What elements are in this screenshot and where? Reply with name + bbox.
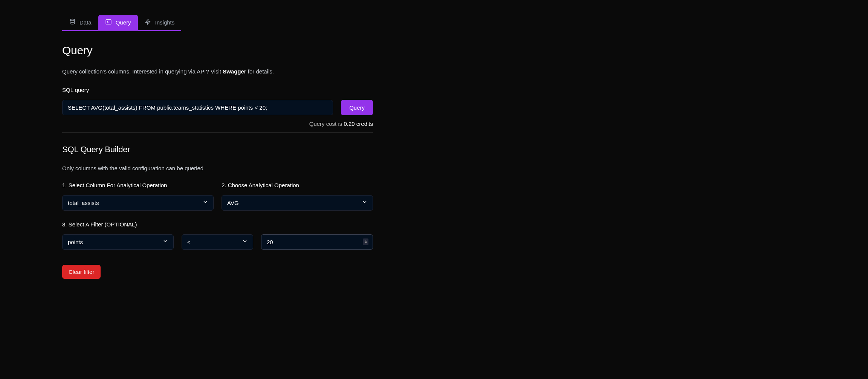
step2-label: 2. Choose Analytical Operation	[222, 182, 373, 188]
database-icon	[69, 18, 76, 26]
tab-insights-label: Insights	[155, 19, 175, 26]
lightning-icon	[145, 18, 151, 26]
clear-filter-button[interactable]: Clear filter	[62, 265, 101, 279]
sql-query-input[interactable]	[62, 100, 333, 115]
builder-title: SQL Query Builder	[62, 145, 373, 154]
tab-data-label: Data	[79, 19, 92, 26]
query-cost: Query cost is 0.20 credits	[62, 121, 373, 127]
filter-value-input[interactable]	[261, 234, 373, 250]
tab-query-label: Query	[116, 19, 131, 26]
divider	[62, 132, 373, 133]
step3-label: 3. Select A Filter (OPTIONAL)	[62, 221, 373, 228]
column-select[interactable]: total_assists	[62, 195, 214, 211]
filter-column-select[interactable]: points	[62, 234, 174, 250]
svg-point-0	[70, 19, 75, 21]
step1-label: 1. Select Column For Analytical Operatio…	[62, 182, 214, 188]
sql-query-label: SQL query	[62, 87, 373, 93]
tab-bar: Data Query Insights	[62, 15, 181, 31]
tab-data[interactable]: Data	[62, 15, 98, 30]
filter-operator-select[interactable]: <	[182, 234, 253, 250]
terminal-icon	[105, 18, 112, 26]
operation-select[interactable]: AVG	[222, 195, 373, 211]
swagger-link[interactable]: Swagger	[223, 68, 246, 75]
tab-query[interactable]: Query	[98, 15, 138, 30]
tab-insights[interactable]: Insights	[138, 15, 182, 30]
number-stepper[interactable]	[363, 238, 368, 245]
page-description: Query collection's columns. Interested i…	[62, 67, 373, 76]
svg-rect-1	[106, 20, 111, 24]
builder-description: Only columns with the valid configuratio…	[62, 165, 373, 171]
page-title: Query	[62, 44, 373, 57]
query-button[interactable]: Query	[341, 100, 373, 115]
